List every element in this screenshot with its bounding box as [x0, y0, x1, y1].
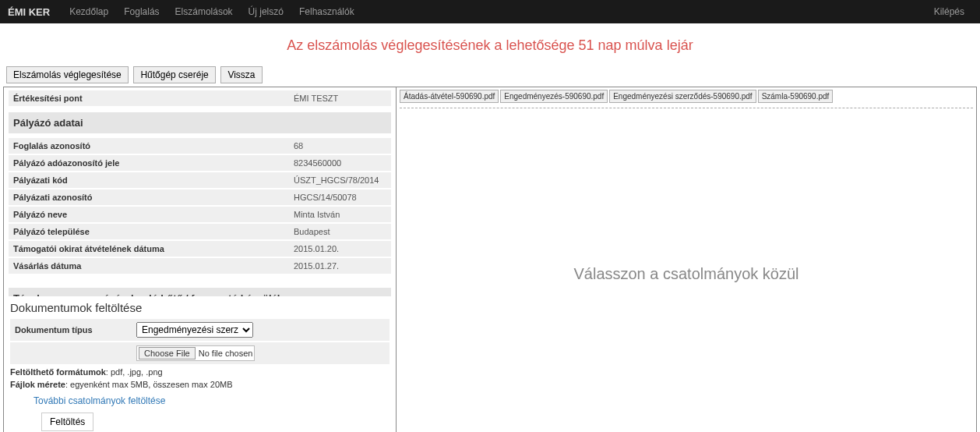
file-chosen-text: No file chosen — [199, 349, 253, 358]
nav-newpassword[interactable]: Új jelszó — [249, 6, 284, 17]
nav-home[interactable]: Kezdőlap — [69, 6, 108, 17]
field-purchase-date: Vásárlás dátuma 2015.01.27. — [9, 258, 391, 274]
field-booking-id: Foglalás azonosító 68 — [9, 138, 391, 154]
right-panel: Átadás-átvétel-590690.pdf Engedményezés-… — [397, 87, 976, 432]
tab-attachment[interactable]: Átadás-átvétel-590690.pdf — [400, 90, 499, 103]
file-row: Choose File No file chosen — [10, 342, 390, 364]
tab-attachment[interactable]: Engedményezés-590690.pdf — [500, 90, 608, 103]
attachment-tabs: Átadás-átvétel-590690.pdf Engedményezés-… — [397, 87, 976, 103]
field-tax: Pályázó adóazonosító jele 8234560000 — [9, 155, 391, 171]
preview-placeholder: Válasszon a csatolmányok közül — [397, 108, 976, 432]
left-panel: Értékesítési pont ÉMI TESZT Pályázó adat… — [4, 87, 397, 432]
tab-attachment[interactable]: Engedményezési szerződés-590690.pdf — [609, 90, 756, 103]
brand[interactable]: ÉMI KER — [8, 6, 50, 18]
action-bar: Elszámolás véglegesítése Hűtőgép cseréje… — [0, 63, 980, 87]
field-tender-code: Pályázati kód ÚSZT_HGCS/78/2014 — [9, 172, 391, 188]
finalize-button[interactable]: Elszámolás véglegesítése — [6, 66, 129, 83]
section-device: Ténylegesen megvásárolandó hűtő / fagyas… — [9, 288, 391, 296]
upload-title: Dokumentumok feltöltése — [10, 301, 390, 314]
size-hint: Fájlok mérete: egyenként max 5MB, összes… — [10, 380, 390, 389]
expiry-alert: Az elszámolás véglegesítésének a lehetős… — [0, 23, 980, 63]
upload-button[interactable]: Feltöltés — [41, 413, 93, 431]
nav-users[interactable]: Felhasználók — [299, 6, 354, 17]
field-city: Pályázó települése Budapest — [9, 224, 391, 239]
details-scroll[interactable]: Értékesítési pont ÉMI TESZT Pályázó adat… — [4, 87, 396, 296]
formats-hint: Feltölthető formátumok: pdf, .jpg, .png — [10, 367, 390, 377]
pos-label: Értékesítési pont — [13, 94, 294, 103]
nav-booking[interactable]: Foglalás — [124, 6, 159, 17]
back-button[interactable]: Vissza — [220, 66, 262, 83]
upload-area: Dokumentumok feltöltése Dokumentum típus… — [4, 296, 396, 432]
more-attachments-link[interactable]: További csatolmányok feltöltése — [33, 395, 165, 406]
navbar: ÉMI KER Kezdőlap Foglalás Elszámolások Ú… — [0, 0, 980, 23]
field-name: Pályázó neve Minta István — [9, 207, 391, 222]
main-panels: Értékesítési pont ÉMI TESZT Pályázó adat… — [3, 87, 977, 432]
file-input[interactable]: Choose File No file chosen — [136, 345, 255, 361]
pos-value: ÉMI TESZT — [294, 94, 338, 103]
doc-type-row: Dokumentum típus Engedményezési szerződé… — [10, 319, 390, 341]
doc-type-select[interactable]: Engedményezési szerződés — [136, 322, 253, 338]
choose-file-button[interactable]: Choose File — [139, 347, 196, 359]
doc-type-label: Dokumentum típus — [15, 325, 136, 335]
nav-settlements[interactable]: Elszámolások — [175, 6, 233, 17]
nav-logout[interactable]: Kilépés — [934, 6, 964, 17]
tab-attachment[interactable]: Számla-590690.pdf — [758, 90, 834, 103]
swap-button[interactable]: Hűtőgép cseréje — [133, 66, 215, 83]
field-pos: Értékesítési pont ÉMI TESZT — [9, 90, 391, 106]
section-applicant: Pályázó adatai — [9, 112, 391, 133]
field-grant-date: Támogatói okirat átvételének dátuma 2015… — [9, 241, 391, 257]
field-tender-id: Pályázati azonosító HGCS/14/50078 — [9, 189, 391, 205]
